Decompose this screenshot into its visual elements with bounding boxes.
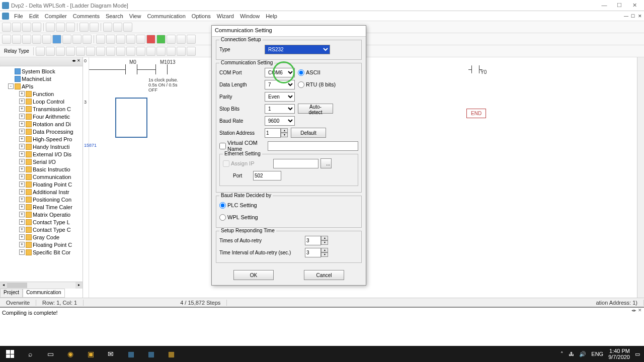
tb2-16[interactable] (177, 35, 186, 44)
tree-item[interactable]: +Additional Instr (1, 188, 82, 196)
sidebar-hscroll[interactable]: ◂ ▸ (0, 282, 83, 289)
wplsoft-icon[interactable]: ▦ (161, 346, 181, 362)
tree-item[interactable]: -APIs (1, 82, 82, 90)
mail-icon[interactable]: ✉ (101, 346, 121, 362)
project-tree[interactable]: System BlockMachineList-APIs+Function+Lo… (0, 66, 83, 257)
baud-rate-select[interactable]: 9600 (265, 116, 295, 126)
tab-communication[interactable]: Communication (23, 289, 64, 298)
menu-options[interactable]: Options (189, 12, 214, 20)
tree-item[interactable]: +Basic Instructio (1, 165, 82, 173)
tb2-run[interactable] (156, 35, 166, 44)
mdi-close[interactable]: ✕ (635, 13, 642, 20)
menu-compiler[interactable]: Compiler (42, 12, 70, 20)
tree-item[interactable]: +Loop Control (1, 98, 82, 105)
tb-paste[interactable] (66, 23, 75, 32)
tb-new[interactable] (2, 23, 11, 32)
tb2-8[interactable] (72, 35, 82, 44)
ip-input[interactable] (273, 159, 318, 168)
tb-zoom-out[interactable] (113, 23, 122, 32)
close-button[interactable]: ✕ (627, 2, 642, 9)
tb2-15[interactable] (167, 35, 176, 44)
ok-button[interactable]: OK (233, 270, 274, 280)
parity-select[interactable]: Even (265, 92, 295, 102)
station-addr-spinner[interactable]: ▴▾ (265, 128, 288, 138)
ip-browse-button[interactable]: ... (320, 158, 332, 168)
tree-item[interactable]: +Rotation and Di (1, 120, 82, 128)
tree-item[interactable]: +Serial I/O (1, 158, 82, 165)
tb2-14[interactable] (136, 35, 145, 44)
tb3-10[interactable] (126, 47, 135, 56)
tray-volume-icon[interactable]: 🔊 (579, 351, 586, 357)
tb2-7[interactable] (62, 35, 71, 44)
tree-item[interactable]: +Communication (1, 173, 82, 180)
tb2-stop[interactable] (146, 35, 155, 44)
tb2-2[interactable] (12, 35, 21, 44)
tb-print[interactable] (32, 23, 41, 32)
app-icon-2[interactable]: ▦ (141, 346, 161, 362)
tb3-9[interactable] (116, 47, 125, 56)
tb2-11[interactable] (106, 35, 115, 44)
interval-spinner[interactable]: ▴▾ (305, 248, 328, 257)
tray-network-icon[interactable]: 🖧 (569, 351, 574, 357)
tb3-8[interactable] (106, 47, 115, 56)
tree-item[interactable]: +Contact Type C (1, 226, 82, 233)
tb-open[interactable] (12, 23, 21, 32)
plc-setting-radio[interactable]: PLC Setting (219, 202, 265, 209)
tree-item[interactable]: +Matrix Operatio (1, 211, 82, 218)
tree-item[interactable]: +Contact Type L (1, 218, 82, 226)
cancel-button[interactable]: Cancel (304, 270, 344, 280)
tree-item[interactable]: +Floating Point C (1, 241, 82, 248)
menu-search[interactable]: Search (103, 12, 126, 20)
minimize-button[interactable]: — (597, 2, 612, 9)
tree-item[interactable]: +Handy Instructi (1, 143, 82, 150)
menu-window[interactable]: Window (237, 12, 263, 20)
tb2-12[interactable] (116, 35, 125, 44)
retry-spinner[interactable]: ▴▾ (305, 236, 328, 245)
tb-copy[interactable] (56, 23, 65, 32)
wpl-setting-radio[interactable]: WPL Setting (219, 214, 265, 221)
tree-item[interactable]: System Block (1, 67, 82, 75)
maximize-button[interactable]: ☐ (612, 2, 627, 9)
tb3-6[interactable] (86, 47, 95, 56)
tab-project[interactable]: Project (0, 289, 23, 298)
tb3-16[interactable] (187, 47, 196, 56)
virtual-com-checkbox[interactable]: Virtual COM Name (219, 140, 265, 152)
tb2-1[interactable] (2, 35, 11, 44)
tb2-9[interactable] (83, 35, 92, 44)
canvas-vscroll[interactable] (637, 57, 644, 298)
tree-item[interactable]: +High-Speed Pro (1, 135, 82, 143)
menu-wizard[interactable]: Wizard (214, 12, 237, 20)
tray-clock[interactable]: 1:40 PM 9/7/2020 (608, 348, 630, 360)
output-close[interactable]: ◂▸ ✕ (631, 308, 642, 313)
auto-detect-button[interactable]: Auto-detect (298, 104, 333, 114)
data-length-select[interactable]: 7 (265, 80, 295, 89)
tray-lang[interactable]: ENG (591, 351, 603, 357)
tb3-contact-no[interactable] (36, 47, 45, 56)
default-button[interactable]: Default (291, 128, 326, 138)
stop-bits-select[interactable]: 1 (265, 104, 295, 114)
tb3-14[interactable] (167, 47, 176, 56)
menu-help[interactable]: Help (263, 12, 280, 20)
tree-item[interactable]: +Specific Bit Cor (1, 248, 82, 256)
tb2-4[interactable] (32, 35, 41, 44)
mdi-restore[interactable]: ☐ (628, 13, 635, 20)
tb2-6[interactable] (52, 35, 61, 44)
menu-file[interactable]: File (11, 12, 26, 20)
tray-notifications-icon[interactable]: ▭ (635, 351, 640, 357)
tb3-15[interactable] (177, 47, 186, 56)
ascii-radio[interactable]: ASCII (298, 69, 343, 76)
tb2-17[interactable] (187, 35, 196, 44)
tb3-7[interactable] (96, 47, 105, 56)
tb3-5[interactable] (76, 47, 85, 56)
menu-edit[interactable]: Edit (26, 12, 42, 20)
tb-redo[interactable] (90, 23, 99, 32)
tree-item[interactable]: +Transmission C (1, 105, 82, 113)
tb3-13[interactable] (156, 47, 166, 56)
task-view-icon[interactable]: ▭ (40, 346, 60, 362)
virtual-com-input[interactable] (268, 141, 358, 151)
menu-comments[interactable]: Comments (70, 12, 103, 20)
menu-view[interactable]: View (126, 12, 144, 20)
tree-item[interactable]: +Four Arithmetic (1, 113, 82, 120)
menu-communication[interactable]: Communication (144, 12, 188, 20)
tb2-5[interactable] (42, 35, 51, 44)
